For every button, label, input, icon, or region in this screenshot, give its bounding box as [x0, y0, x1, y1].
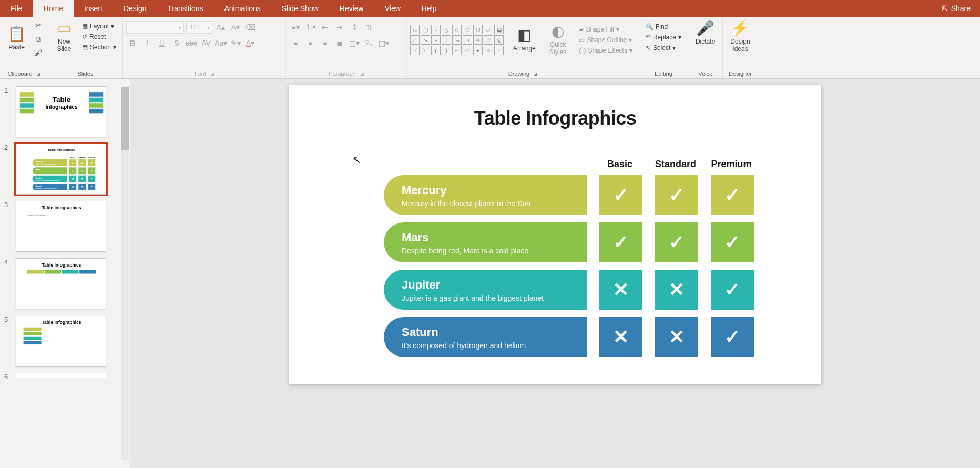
paste-button[interactable]: 📋 Paste [3, 25, 30, 53]
cross-icon[interactable]: ✕ [78, 176, 86, 182]
underline-button[interactable]: U [156, 37, 168, 49]
shapes-gallery[interactable]: ▭▢○△◇⬠⬡▱⬓ ／↘⤷⤹↝⇢⇨☆◎ ｛｝()⬳⬿✦✧⋯ [410, 25, 504, 55]
change-case-button[interactable]: Aa▾ [215, 37, 227, 49]
row-pill[interactable]: JupiterJupiter is a gas giant and the bi… [384, 270, 587, 310]
thumbnails-scrollbar[interactable] [120, 79, 130, 468]
copy-button[interactable]: ⧉ [32, 33, 45, 45]
align-center-button[interactable]: ≡ [304, 37, 317, 49]
quick-styles-button[interactable]: ◐ Quick Styles [545, 22, 571, 58]
slide-thumbnail-4[interactable]: Table Infographics [16, 258, 106, 309]
tab-animations[interactable]: Animations [213, 0, 271, 17]
tab-slideshow[interactable]: Slide Show [271, 0, 329, 17]
table-row[interactable]: MercuryMercury is the closest planet to … [384, 175, 754, 215]
grow-font-button[interactable]: A▴ [215, 21, 227, 34]
cross-icon[interactable]: ✕ [599, 270, 642, 310]
check-icon[interactable]: ✓ [78, 167, 86, 174]
clear-format-button[interactable]: ⌫ [244, 21, 257, 34]
align-text-button[interactable]: ⎘▾ [363, 37, 375, 49]
justify-button[interactable]: ≣ [333, 37, 346, 49]
table-row[interactable]: JupiterJupiter is a gas giant and the bi… [33, 176, 96, 182]
table-row[interactable]: MercuryMercury is the closest planet to … [33, 159, 96, 166]
tab-home[interactable]: Home [33, 0, 74, 17]
columns-button[interactable]: ▥▾ [348, 37, 361, 49]
slide[interactable]: Table Infographics ↖ Basic Standard Prem… [289, 85, 821, 384]
slide-thumbnail-3[interactable]: Table Infographicsrows of percentages… [16, 201, 106, 252]
cross-icon[interactable]: ✕ [655, 317, 698, 357]
table-row[interactable]: SaturnIt's composed of hydrogen and heli… [384, 317, 754, 357]
shape-outline-button[interactable]: ▭Shape Outline ▾ [576, 35, 636, 45]
cross-icon[interactable]: ✕ [78, 184, 86, 190]
shrink-font-button[interactable]: A▾ [229, 21, 242, 34]
cross-icon[interactable]: ✕ [69, 176, 76, 182]
align-right-button[interactable]: ≡ [319, 37, 331, 49]
scrollbar-handle[interactable] [121, 87, 129, 150]
tab-insert[interactable]: Insert [74, 0, 113, 17]
check-icon[interactable]: ✓ [88, 184, 95, 190]
check-icon[interactable]: ✓ [599, 175, 642, 215]
increase-indent-button[interactable]: ⇥ [333, 21, 346, 34]
decrease-indent-button[interactable]: ⇤ [319, 21, 331, 34]
char-spacing-button[interactable]: AV [200, 37, 212, 49]
slide-thumbnail-2[interactable]: Table Infographics ↖ Basic Standard Prem… [16, 144, 106, 195]
row-pill[interactable]: MarsDespite being red, Mars is a cold pl… [33, 167, 67, 174]
line-spacing-button[interactable]: ‡ [348, 21, 361, 34]
slide-title[interactable]: Table Infographics [289, 85, 821, 129]
check-icon[interactable]: ✓ [69, 167, 76, 174]
format-painter-button[interactable]: 🖌 [32, 46, 45, 59]
row-pill[interactable]: SaturnIt's composed of hydrogen and heli… [33, 184, 67, 190]
check-icon[interactable]: ✓ [88, 159, 95, 166]
dialog-launcher-icon[interactable]: ◢ [210, 71, 214, 76]
cross-icon[interactable]: ✕ [599, 317, 642, 357]
check-icon[interactable]: ✓ [88, 167, 95, 174]
font-size-input[interactable]: 12+ [186, 21, 212, 34]
check-icon[interactable]: ✓ [88, 176, 95, 182]
text-direction-button[interactable]: ⇅ [363, 21, 375, 34]
table-row[interactable]: MarsDespite being red, Mars is a cold pl… [33, 167, 96, 174]
infographic-table[interactable]: Basic Standard Premium MercuryMercury is… [33, 157, 96, 191]
shadow-button[interactable]: S [170, 37, 183, 49]
design-ideas-button[interactable]: ⚡ Design Ideas [726, 19, 754, 55]
replace-button[interactable]: ᵃᵇReplace ▾ [642, 33, 685, 42]
check-icon[interactable]: ✓ [655, 175, 698, 215]
cut-button[interactable]: ✂ [32, 19, 45, 32]
check-icon[interactable]: ✓ [711, 270, 754, 310]
check-icon[interactable]: ✓ [655, 222, 698, 262]
check-icon[interactable]: ✓ [78, 159, 86, 166]
check-icon[interactable]: ✓ [69, 159, 76, 166]
bullets-button[interactable]: ≡▾ [289, 21, 302, 34]
slide-title[interactable]: Table Infographics [16, 144, 106, 151]
strike-button[interactable]: abc [185, 37, 198, 49]
share-button[interactable]: ⇱ Share [932, 4, 980, 13]
layout-button[interactable]: ▦Layout ▾ [79, 22, 119, 31]
cross-icon[interactable]: ✕ [655, 270, 698, 310]
font-name-input[interactable] [126, 21, 184, 34]
infographic-table[interactable]: Basic Standard Premium MercuryMercury is… [384, 159, 754, 364]
cross-icon[interactable]: ✕ [69, 184, 76, 190]
row-pill[interactable]: JupiterJupiter is a gas giant and the bi… [33, 176, 67, 182]
tab-design[interactable]: Design [113, 0, 157, 17]
row-pill[interactable]: SaturnIt's composed of hydrogen and heli… [384, 317, 587, 357]
reset-button[interactable]: ↺Reset [79, 32, 119, 42]
check-icon[interactable]: ✓ [711, 222, 754, 262]
row-pill[interactable]: MarsDespite being red, Mars is a cold pl… [384, 222, 587, 262]
select-button[interactable]: ↖Select ▾ [642, 43, 685, 53]
shape-effects-button[interactable]: ◯Shape Effects ▾ [576, 46, 636, 55]
row-pill[interactable]: MercuryMercury is the closest planet to … [384, 175, 587, 215]
align-left-button[interactable]: ≡ [289, 37, 302, 49]
dialog-launcher-icon[interactable]: ◢ [37, 71, 40, 76]
tab-file[interactable]: File [0, 0, 33, 17]
slide-thumbnail-5[interactable]: Table Infographics [16, 316, 106, 367]
smartart-button[interactable]: ◫▾ [377, 37, 390, 49]
bold-button[interactable]: B [126, 37, 139, 49]
table-row[interactable]: MarsDespite being red, Mars is a cold pl… [384, 222, 754, 262]
dialog-launcher-icon[interactable]: ◢ [534, 71, 537, 76]
find-button[interactable]: 🔍Find [642, 22, 685, 32]
highlight-button[interactable]: ✎▾ [229, 37, 242, 49]
numbering-button[interactable]: ⒈▾ [304, 21, 317, 34]
shape-fill-button[interactable]: ▰Shape Fill ▾ [576, 25, 636, 34]
check-icon[interactable]: ✓ [711, 175, 754, 215]
check-icon[interactable]: ✓ [711, 317, 754, 357]
italic-button[interactable]: I [141, 37, 154, 49]
table-row[interactable]: SaturnIt's composed of hydrogen and heli… [33, 184, 96, 190]
dialog-launcher-icon[interactable]: ◢ [360, 71, 364, 76]
